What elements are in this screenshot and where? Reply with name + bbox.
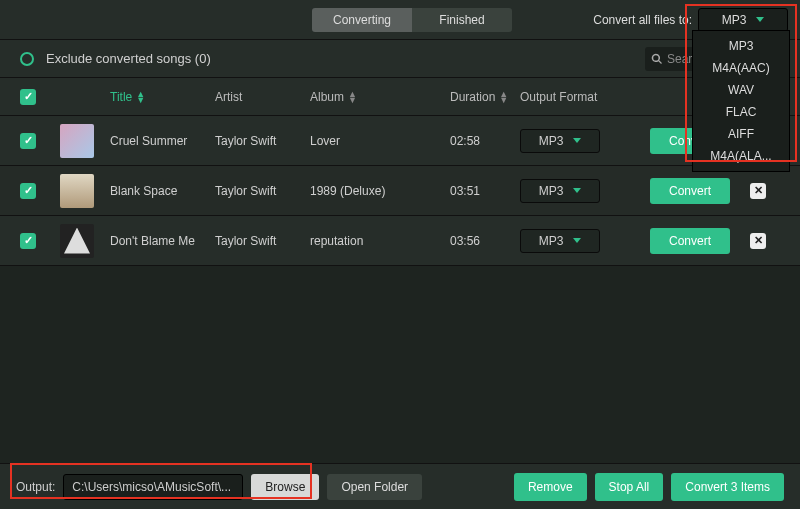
album-art	[60, 224, 94, 258]
format-option[interactable]: M4A(AAC)	[693, 57, 789, 79]
cell-album: reputation	[310, 234, 450, 248]
output-label: Output:	[16, 480, 55, 494]
cell-title: Don't Blame Me	[110, 234, 215, 248]
cell-artist: Taylor Swift	[215, 134, 310, 148]
format-option[interactable]: FLAC	[693, 101, 789, 123]
convert-all-button[interactable]: Convert 3 Items	[671, 473, 784, 501]
format-option[interactable]: MP3	[693, 35, 789, 57]
remove-button[interactable]: Remove	[514, 473, 587, 501]
sort-icon: ▲▼	[136, 91, 145, 103]
row-format-select[interactable]: MP3	[520, 129, 600, 153]
table-header: Title ▲▼ Artist Album ▲▼ Duration ▲▼ Out…	[0, 78, 800, 116]
header-artist: Artist	[215, 90, 310, 104]
header-duration[interactable]: Duration ▲▼	[450, 90, 520, 104]
cell-title: Cruel Summer	[110, 134, 215, 148]
cell-album: Lover	[310, 134, 450, 148]
convert-all-label: Convert all files to:	[593, 13, 692, 27]
format-option[interactable]: M4A(ALA...	[693, 145, 789, 167]
convert-button[interactable]: Convert	[650, 178, 730, 204]
row-checkbox[interactable]	[20, 233, 36, 249]
table-row: Don't Blame Me Taylor Swift reputation 0…	[0, 216, 800, 266]
sort-icon: ▲▼	[348, 91, 357, 103]
cell-duration: 02:58	[450, 134, 520, 148]
header-album[interactable]: Album ▲▼	[310, 90, 450, 104]
header-output-format: Output Format	[520, 90, 650, 104]
cell-title: Blank Space	[110, 184, 215, 198]
sort-icon: ▲▼	[499, 91, 508, 103]
convert-button[interactable]: Convert	[650, 228, 730, 254]
global-format-select[interactable]: MP3	[698, 8, 788, 32]
cell-artist: Taylor Swift	[215, 234, 310, 248]
exclude-toggle-icon[interactable]	[20, 52, 34, 66]
album-art	[60, 174, 94, 208]
open-folder-button[interactable]: Open Folder	[327, 474, 422, 500]
chevron-down-icon	[573, 238, 581, 243]
table-row: Blank Space Taylor Swift 1989 (Deluxe) 0…	[0, 166, 800, 216]
chevron-down-icon	[756, 17, 764, 22]
mode-tabs: Converting Finished	[312, 8, 512, 32]
global-format-value: MP3	[722, 13, 747, 27]
output-path-field[interactable]: C:\Users\micso\AMusicSoft\...	[63, 474, 243, 500]
remove-row-button[interactable]: ✕	[750, 233, 766, 249]
select-all-checkbox[interactable]	[20, 89, 36, 105]
row-format-select[interactable]: MP3	[520, 179, 600, 203]
remove-row-button[interactable]: ✕	[750, 183, 766, 199]
album-art	[60, 124, 94, 158]
row-format-select[interactable]: MP3	[520, 229, 600, 253]
cell-album: 1989 (Deluxe)	[310, 184, 450, 198]
exclude-label: Exclude converted songs (0)	[46, 51, 211, 66]
cell-duration: 03:56	[450, 234, 520, 248]
browse-button[interactable]: Browse	[251, 474, 319, 500]
chevron-down-icon	[573, 188, 581, 193]
format-option[interactable]: WAV	[693, 79, 789, 101]
format-dropdown[interactable]: MP3 M4A(AAC) WAV FLAC AIFF M4A(ALA...	[692, 30, 790, 172]
row-checkbox[interactable]	[20, 183, 36, 199]
cell-artist: Taylor Swift	[215, 184, 310, 198]
format-option[interactable]: AIFF	[693, 123, 789, 145]
chevron-down-icon	[573, 138, 581, 143]
cell-duration: 03:51	[450, 184, 520, 198]
table-row: Cruel Summer Taylor Swift Lover 02:58 MP…	[0, 116, 800, 166]
stop-all-button[interactable]: Stop All	[595, 473, 664, 501]
search-icon	[651, 53, 663, 65]
row-checkbox[interactable]	[20, 133, 36, 149]
tab-converting[interactable]: Converting	[312, 8, 412, 32]
header-title[interactable]: Title ▲▼	[110, 90, 215, 104]
bottom-bar: Output: C:\Users\micso\AMusicSoft\... Br…	[0, 463, 800, 509]
tab-finished[interactable]: Finished	[412, 8, 512, 32]
